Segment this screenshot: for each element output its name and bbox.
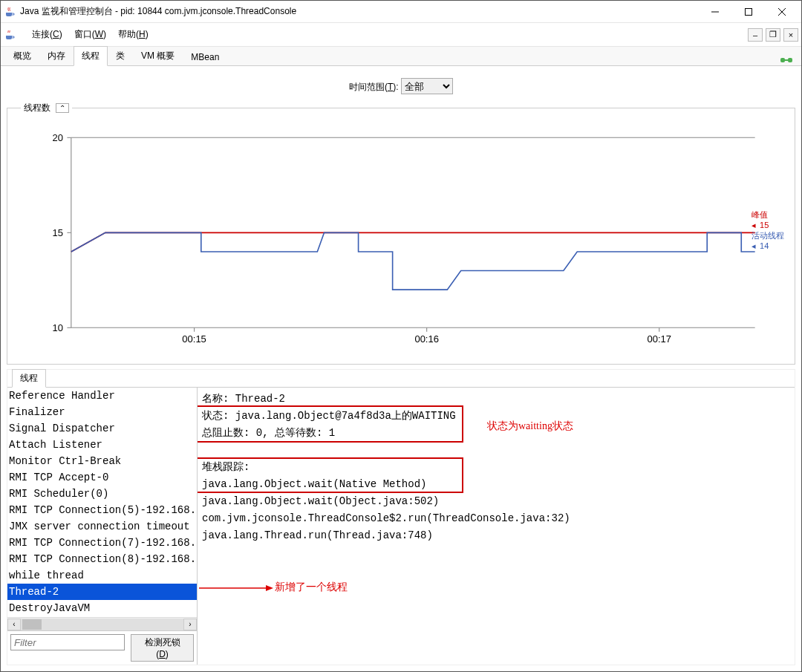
thread-detail-section: 线程 Reference HandlerFinalizerSignal Disp… <box>7 369 795 665</box>
thread-item[interactable]: JMX server connection timeout 1 <box>7 518 197 535</box>
thread-count-chart[interactable]: 10152000:1500:1600:17 峰值 ◂ 15 活动线程 ◂ 14 <box>15 122 787 359</box>
inner-minimize-button[interactable]: – <box>748 28 763 42</box>
main-tabs: 概览 内存 线程 类 VM 概要 MBean <box>1 47 801 66</box>
minimize-button[interactable] <box>698 1 731 22</box>
menu-help[interactable]: 帮助(H) <box>118 28 149 41</box>
tab-overview[interactable]: 概览 <box>5 46 39 65</box>
svg-rect-1 <box>745 8 752 15</box>
scroll-left-button[interactable]: ‹ <box>7 619 21 630</box>
tab-memory[interactable]: 内存 <box>39 46 74 65</box>
peak-value: 15 <box>760 221 769 229</box>
thread-item[interactable]: Monitor Ctrl-Break <box>7 453 197 469</box>
lower-tab-threads[interactable]: 线程 <box>12 369 46 388</box>
svg-rect-5 <box>788 58 792 62</box>
scroll-right-button[interactable]: › <box>183 619 197 630</box>
annotation-box-state <box>198 405 463 443</box>
svg-text:20: 20 <box>53 132 63 143</box>
stack-line: java.lang.Object.wait(Object.java:502) <box>202 493 790 510</box>
app-window: Java 监视和管理控制台 - pid: 10844 com.jvm.jcons… <box>0 0 802 672</box>
close-button[interactable] <box>765 1 798 22</box>
stack-line: java.lang.Thread.run(Thread.java:748) <box>202 527 790 544</box>
thread-list: Reference HandlerFinalizerSignal Dispatc… <box>7 388 198 665</box>
svg-text:00:17: 00:17 <box>647 333 671 345</box>
stack-line: com.jvm.jconsole.ThreadConsole$2.run(Thr… <box>202 510 790 527</box>
threads-panel: 时间范围(T): 全部 线程数 ⌃ 10152000:1500:1600:17 … <box>1 66 801 671</box>
chart-legend: 线程数 ⌃ <box>21 102 72 114</box>
titlebar: Java 监视和管理控制台 - pid: 10844 com.jvm.jcons… <box>1 1 801 23</box>
peak-label: 峰值 <box>752 210 768 219</box>
thread-list-scrollbar[interactable]: ‹ › <box>7 617 197 630</box>
svg-text:10: 10 <box>53 322 63 333</box>
thread-item[interactable]: Reference Handler <box>7 388 197 404</box>
filter-input[interactable] <box>10 634 125 650</box>
connection-status-icon <box>779 55 794 65</box>
menu-window[interactable]: 窗口(W) <box>74 28 106 41</box>
maximize-button[interactable] <box>731 1 765 22</box>
scroll-track[interactable] <box>21 619 183 630</box>
filter-row: 检测死锁(D) <box>7 630 197 665</box>
svg-text:00:16: 00:16 <box>414 333 439 345</box>
svg-rect-4 <box>780 58 785 62</box>
java-icon <box>4 29 16 41</box>
thread-item[interactable]: Signal Dispatcher <box>7 420 197 437</box>
thread-item[interactable]: RMI TCP Accept-0 <box>7 469 197 486</box>
tab-classes[interactable]: 类 <box>108 46 133 65</box>
thread-item[interactable]: RMI TCP Connection(7)-192.168.2 <box>7 535 197 551</box>
window-title: Java 监视和管理控制台 - pid: 10844 com.jvm.jcons… <box>20 5 698 18</box>
thread-item[interactable]: RMI Scheduler(0) <box>7 486 197 502</box>
thread-list-items[interactable]: Reference HandlerFinalizerSignal Dispatc… <box>7 388 197 617</box>
tab-vm-summary[interactable]: VM 概要 <box>133 46 183 65</box>
annotation-state-text: 状态为waitting状态 <box>487 417 573 434</box>
inner-restore-button[interactable]: ❐ <box>766 28 780 42</box>
time-range-select[interactable]: 全部 <box>401 78 453 94</box>
scroll-thumb[interactable] <box>22 619 42 630</box>
tab-threads[interactable]: 线程 <box>74 46 108 66</box>
lower-body: Reference HandlerFinalizerSignal Dispatc… <box>7 388 795 665</box>
chart-collapse-button[interactable]: ⌃ <box>56 103 69 113</box>
menu-connect[interactable]: 连接(C) <box>32 28 62 41</box>
thread-item[interactable]: Thread-2 <box>7 584 197 600</box>
svg-text:00:15: 00:15 <box>182 333 206 345</box>
live-value: 14 <box>760 241 769 250</box>
thread-count-chart-group: 线程数 ⌃ 10152000:1500:1600:17 峰值 ◂ 15 活动线程… <box>7 102 795 365</box>
thread-item[interactable]: while thread <box>7 567 197 584</box>
blank-row <box>202 442 790 459</box>
thread-item[interactable]: RMI TCP Connection(8)-192.168.2 <box>7 551 197 567</box>
annotation-arrow <box>199 581 273 596</box>
time-range-row: 时间范围(T): 全部 <box>7 72 795 97</box>
thread-item[interactable]: DestroyJavaVM <box>7 600 197 616</box>
svg-marker-23 <box>266 585 273 591</box>
chart-series-labels: 峰值 ◂ 15 活动线程 ◂ 14 <box>752 209 784 251</box>
lower-tabs: 线程 <box>7 370 795 388</box>
detect-deadlock-button[interactable]: 检测死锁(D) <box>131 634 194 662</box>
thread-item[interactable]: Finalizer <box>7 404 197 420</box>
annotation-box-stack <box>198 457 463 493</box>
inner-window-controls: – ❐ × <box>748 28 798 42</box>
menubar: 连接(C) 窗口(W) 帮助(H) – ❐ × <box>1 23 801 47</box>
tab-mbean[interactable]: MBean <box>183 48 227 65</box>
thread-detail: 名称: Thread-2 状态: java.lang.Object@7a4f8d… <box>198 388 795 665</box>
java-icon <box>4 6 16 18</box>
thread-item[interactable]: RMI TCP Connection(5)-192.168.2 <box>7 502 197 518</box>
annotation-new-thread-text: 新增了一个线程 <box>275 581 348 594</box>
live-label: 活动线程 <box>752 231 784 240</box>
svg-text:15: 15 <box>53 227 63 238</box>
thread-item[interactable]: Attach Listener <box>7 437 197 453</box>
window-controls <box>698 1 798 22</box>
inner-close-button[interactable]: × <box>783 28 798 42</box>
time-range-label: 时间范围(T): <box>349 82 399 92</box>
